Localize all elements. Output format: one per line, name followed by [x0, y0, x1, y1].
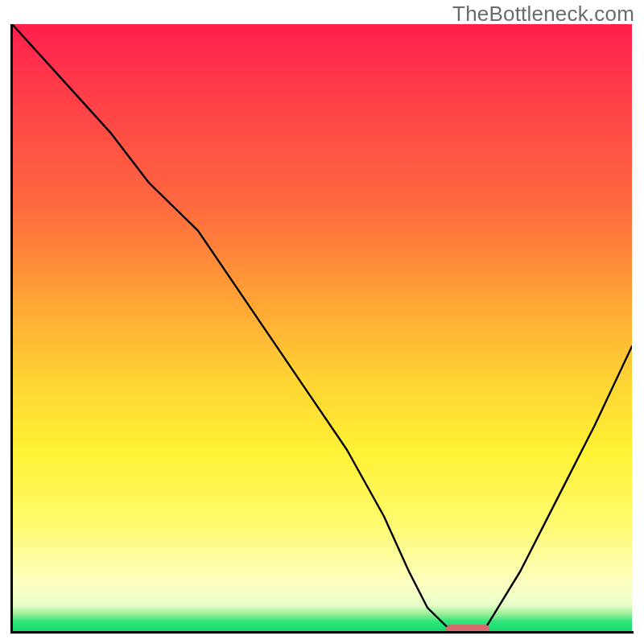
axis-bottom — [10, 631, 634, 634]
bottleneck-curve — [12, 24, 632, 632]
plot-area — [12, 24, 632, 632]
axis-left — [10, 24, 13, 634]
chart-frame: TheBottleneck.com — [0, 0, 644, 644]
watermark-text: TheBottleneck.com — [452, 2, 634, 27]
curve-layer — [12, 24, 632, 632]
